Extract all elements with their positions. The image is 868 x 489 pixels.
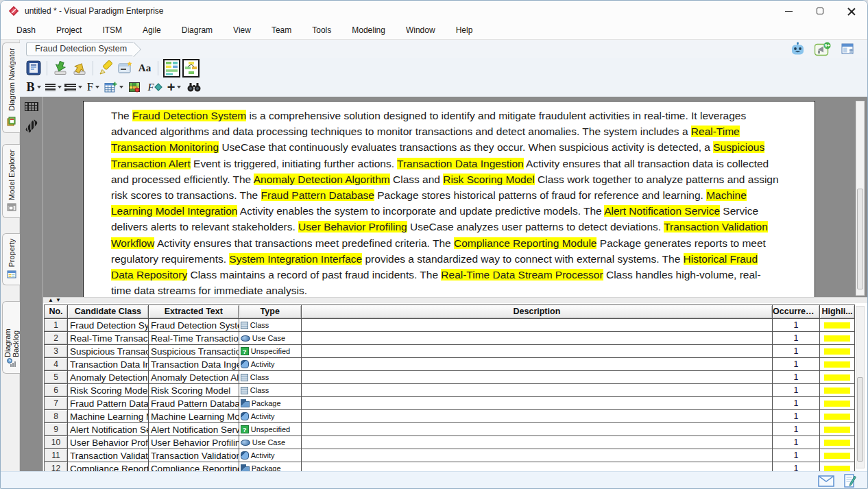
- highlight-color-swatch[interactable]: [824, 453, 850, 459]
- description-cell[interactable]: [302, 462, 773, 471]
- highlight-cell[interactable]: [820, 384, 855, 397]
- menu-item-itsm[interactable]: ITSM: [92, 21, 132, 39]
- extracted-text-cell[interactable]: User Behavior Profiling: [149, 436, 239, 449]
- menu-item-window[interactable]: Window: [396, 21, 446, 39]
- candidate-class-cell[interactable]: User Behavior Profiling: [68, 436, 149, 449]
- header-occurrence[interactable]: Occurrence: [773, 305, 820, 319]
- candidate-class-cell[interactable]: Real-Time Transaction Monitoring: [68, 332, 149, 345]
- highlight-color-swatch[interactable]: [824, 401, 850, 407]
- diagram-preview-2-button[interactable]: [182, 59, 200, 77]
- extracted-text-cell[interactable]: Risk Scoring Model: [149, 384, 239, 397]
- extracted-text-cell[interactable]: Fraud Pattern Database: [149, 397, 239, 410]
- extracted-text-cell[interactable]: Fraud Detection System: [149, 319, 239, 332]
- description-cell[interactable]: [302, 345, 773, 358]
- highlight-color-swatch[interactable]: [824, 361, 850, 368]
- candidate-class-cell[interactable]: Alert Notification Service: [68, 423, 149, 436]
- type-cell[interactable]: Class: [239, 371, 302, 384]
- occurrence-cell[interactable]: 1: [773, 436, 820, 449]
- row-number-cell[interactable]: 12: [45, 462, 68, 471]
- row-number-cell[interactable]: 8: [45, 410, 68, 423]
- candidate-class-cell[interactable]: Anomaly Detection Algorithm: [68, 371, 149, 384]
- panes-layout-button[interactable]: [839, 40, 857, 58]
- candidate-class-cell[interactable]: Fraud Detection System: [68, 319, 149, 332]
- occurrence-cell[interactable]: 1: [773, 319, 820, 332]
- table-row[interactable]: 5Anomaly Detection AlgorithmAnomaly Dete…: [45, 371, 855, 384]
- type-cell[interactable]: Activity: [239, 410, 302, 423]
- table-row[interactable]: 11Transaction Validation WorkflowTransac…: [45, 449, 855, 462]
- type-cell[interactable]: Use Case: [239, 332, 302, 345]
- type-cell[interactable]: Activity: [239, 449, 302, 462]
- document-scrollbar[interactable]: [856, 101, 865, 296]
- export-button[interactable]: [71, 59, 88, 77]
- highlight-color-button[interactable]: [125, 78, 143, 96]
- candidate-class-cell[interactable]: Transaction Data Ingestion: [68, 358, 149, 371]
- menu-item-agile[interactable]: Agile: [132, 21, 171, 39]
- extracted-text-cell[interactable]: Alert Notification Service: [149, 423, 239, 436]
- highlight-cell[interactable]: [820, 319, 855, 332]
- row-number-cell[interactable]: 1: [45, 319, 68, 332]
- table-scrollbar[interactable]: [856, 306, 865, 468]
- menu-item-team[interactable]: Team: [261, 21, 302, 39]
- highlight-color-swatch[interactable]: [824, 348, 850, 355]
- type-cell[interactable]: Use Case: [239, 436, 302, 449]
- occurrence-cell[interactable]: 1: [773, 358, 820, 371]
- row-number-cell[interactable]: 2: [45, 332, 68, 345]
- font-settings-button[interactable]: Aa: [136, 59, 154, 77]
- highlight-color-swatch[interactable]: [824, 466, 850, 472]
- highlight-cell[interactable]: [820, 397, 855, 410]
- occurrence-cell[interactable]: 1: [773, 462, 820, 471]
- candidate-class-cell[interactable]: Machine Learning Model Integration: [68, 410, 149, 423]
- document-scrollbar-thumb[interactable]: [857, 189, 863, 289]
- menu-item-help[interactable]: Help: [446, 21, 483, 39]
- menu-item-modeling[interactable]: Modeling: [341, 21, 396, 39]
- highlight-cell[interactable]: [820, 462, 855, 471]
- table-row[interactable]: 1Fraud Detection SystemFraud Detection S…: [45, 319, 855, 332]
- candidate-class-cell[interactable]: Fraud Pattern Database: [68, 397, 149, 410]
- header-extracted[interactable]: Extracted Text: [149, 305, 239, 319]
- occurrence-cell[interactable]: 1: [773, 423, 820, 436]
- import-button[interactable]: [51, 59, 69, 77]
- messages-button[interactable]: [818, 475, 834, 487]
- row-number-cell[interactable]: 6: [45, 384, 68, 397]
- insert-table-dropdown-button[interactable]: [104, 78, 123, 96]
- highlight-cell[interactable]: [820, 436, 855, 449]
- menu-item-dash[interactable]: Dash: [6, 21, 46, 39]
- header-highlight[interactable]: Highli...: [820, 305, 855, 319]
- occurrence-cell[interactable]: 1: [773, 449, 820, 462]
- occurrence-cell[interactable]: 1: [773, 397, 820, 410]
- extracted-text-cell[interactable]: Machine Learning Model Integration: [149, 410, 239, 423]
- type-cell[interactable]: Class: [239, 319, 302, 332]
- diagram-tab-fraud-detection-system[interactable]: Fraud Detection System: [26, 42, 134, 56]
- text-analysis-page[interactable]: The Fraud Detection System is a comprehe…: [83, 101, 815, 297]
- highlight-cell[interactable]: [820, 371, 855, 384]
- type-cell[interactable]: Activity: [239, 358, 302, 371]
- textual-analysis-doc-button[interactable]: [25, 59, 43, 77]
- menu-item-tools[interactable]: Tools: [302, 21, 341, 39]
- occurrence-cell[interactable]: 1: [773, 410, 820, 423]
- list-dropdown-button[interactable]: [64, 78, 82, 96]
- occurrence-cell[interactable]: 1: [773, 384, 820, 397]
- candidate-class-cell[interactable]: Suspicious Transaction Alert: [68, 345, 149, 358]
- occurrence-cell[interactable]: 1: [773, 345, 820, 358]
- row-number-cell[interactable]: 10: [45, 436, 68, 449]
- minimize-button[interactable]: [773, 1, 804, 21]
- extracted-text-cell[interactable]: Transaction Data Ingestion: [149, 358, 239, 371]
- table-row[interactable]: 7Fraud Pattern DatabaseFraud Pattern Dat…: [45, 397, 855, 410]
- type-cell[interactable]: ?Unspecified: [239, 345, 302, 358]
- find-button[interactable]: [185, 78, 203, 96]
- sidebar-tab-model-explorer[interactable]: Model Explorer: [2, 144, 20, 218]
- header-no[interactable]: No.: [45, 305, 68, 319]
- description-cell[interactable]: [302, 449, 773, 462]
- description-cell[interactable]: [302, 358, 773, 371]
- menu-item-project[interactable]: Project: [46, 21, 92, 39]
- menu-item-diagram[interactable]: Diagram: [171, 21, 223, 39]
- candidate-class-cell[interactable]: Transaction Validation Workflow: [68, 449, 149, 462]
- header-type[interactable]: Type: [239, 305, 302, 319]
- extracted-text-cell[interactable]: Transaction Validation Workflow: [149, 449, 239, 462]
- table-row[interactable]: 10User Behavior ProfilingUser Behavior P…: [45, 436, 855, 449]
- row-number-cell[interactable]: 5: [45, 371, 68, 384]
- new-view-button[interactable]: [117, 59, 134, 77]
- maximize-button[interactable]: [804, 1, 836, 21]
- alignment-dropdown-button[interactable]: [45, 78, 62, 96]
- extracted-text-cell[interactable]: Compliance Reporting Module: [149, 462, 239, 471]
